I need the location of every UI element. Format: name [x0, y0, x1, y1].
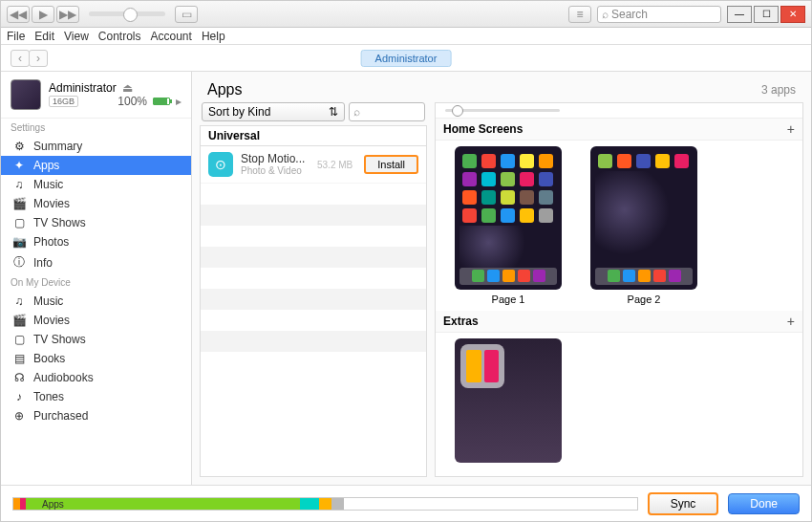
app-icon: ⊙ — [208, 152, 233, 177]
settings-heading: Settings — [1, 119, 191, 137]
navigation-bar: ‹ › Administrator — [1, 45, 811, 72]
add-extras-button[interactable]: + — [787, 314, 795, 329]
sidebar: Administrator⏏ 16GB100%▸ Settings ⚙Summa… — [1, 72, 192, 485]
page-title: Apps — [207, 81, 242, 98]
sidebar-item-icon: ▢ — [12, 216, 26, 229]
sidebar-item-audiobooks[interactable]: ☊Audiobooks — [1, 368, 191, 387]
on-device-heading: On My Device — [1, 273, 191, 292]
maximize-button[interactable]: ☐ — [754, 6, 779, 23]
eject-icon[interactable]: ⏏ — [122, 81, 133, 95]
sidebar-item-tones[interactable]: ♪Tones — [1, 387, 191, 406]
sidebar-item-label: Purchased — [33, 409, 88, 423]
zoom-slider[interactable] — [436, 103, 802, 119]
done-button[interactable]: Done — [728, 493, 800, 514]
sidebar-item-movies[interactable]: 🎬Movies — [1, 194, 191, 213]
sync-button[interactable]: Sync — [648, 492, 719, 515]
prev-button[interactable]: ◀◀ — [7, 6, 30, 23]
battery-percent: 100% — [118, 95, 147, 108]
sidebar-item-purchased[interactable]: ⊕Purchased — [1, 406, 191, 425]
device-header: Administrator⏏ 16GB100%▸ — [1, 72, 191, 119]
sidebar-item-icon: ♫ — [12, 294, 26, 308]
sidebar-item-icon: ♫ — [12, 178, 26, 191]
sidebar-item-label: Audiobooks — [33, 371, 94, 384]
volume-slider[interactable] — [89, 11, 165, 16]
app-count: 3 apps — [761, 83, 796, 97]
menu-bar: File Edit View Controls Account Help — [1, 28, 811, 45]
sidebar-item-label: TV Shows — [33, 216, 86, 229]
app-category: Photo & Video — [241, 165, 310, 177]
home-screen-page-2[interactable]: Page 2 — [590, 146, 697, 305]
extras-heading: Extras — [443, 315, 479, 328]
playback-controls: ◀◀ ▶ ▶▶ ▭ — [7, 6, 198, 23]
minimize-button[interactable]: — — [727, 6, 752, 23]
device-thumbnail — [11, 79, 41, 110]
sidebar-item-icon: ▢ — [12, 333, 26, 346]
play-button[interactable]: ▶ — [32, 6, 54, 23]
sidebar-item-label: Movies — [33, 197, 70, 210]
sidebar-item-label: Music — [33, 178, 63, 191]
sort-dropdown[interactable]: Sort by Kind⇅ — [202, 102, 345, 121]
sidebar-item-icon: ✦ — [12, 159, 26, 172]
menu-controls[interactable]: Controls — [98, 30, 141, 43]
chevron-updown-icon: ⇅ — [329, 105, 338, 119]
sidebar-item-label: Info — [33, 256, 53, 270]
device-capacity: 16GB — [49, 96, 78, 107]
extras-folder[interactable] — [455, 338, 562, 463]
search-icon: ⌕ — [353, 105, 360, 119]
sidebar-item-label: Movies — [33, 314, 70, 327]
sidebar-item-apps[interactable]: ✦Apps — [1, 156, 191, 175]
menu-file[interactable]: File — [7, 30, 25, 43]
list-view-button[interactable]: ≡ — [568, 6, 591, 23]
home-screens-heading: Home Screens — [443, 122, 523, 136]
sidebar-item-icon: ⊕ — [12, 409, 26, 423]
menu-account[interactable]: Account — [151, 30, 192, 43]
airplay-button[interactable]: ▭ — [175, 6, 198, 23]
storage-label: Apps — [42, 498, 64, 510]
sidebar-item-icon: 🎬 — [12, 197, 26, 210]
apps-search-input[interactable]: ⌕ — [349, 102, 425, 121]
sidebar-item-books[interactable]: ▤Books — [1, 349, 191, 368]
titlebar: ◀◀ ▶ ▶▶ ▭ ≡ ⌕Search — ☐ ✕ — [1, 1, 811, 28]
add-page-button[interactable]: + — [787, 121, 795, 137]
sidebar-item-label: Photos — [33, 235, 69, 249]
search-icon: ⌕ — [602, 8, 609, 21]
forward-button[interactable]: › — [29, 50, 48, 67]
install-button[interactable]: Install — [364, 155, 418, 174]
next-button[interactable]: ▶▶ — [56, 6, 79, 23]
sidebar-item-summary[interactable]: ⚙Summary — [1, 137, 191, 156]
sidebar-item-tv-shows[interactable]: ▢TV Shows — [1, 213, 191, 232]
group-header-universal: Universal — [200, 125, 427, 145]
sidebar-item-tv-shows[interactable]: ▢TV Shows — [1, 330, 191, 349]
sidebar-item-label: Tones — [33, 390, 64, 403]
sidebar-item-label: TV Shows — [33, 333, 86, 346]
sidebar-item-music[interactable]: ♫Music — [1, 292, 191, 311]
close-button[interactable]: ✕ — [780, 6, 805, 23]
menu-edit[interactable]: Edit — [34, 30, 54, 43]
sidebar-item-photos[interactable]: 📷Photos — [1, 232, 191, 251]
app-list: ⊙ Stop Motio... Photo & Video 53.2 MB In… — [200, 145, 427, 477]
sidebar-item-music[interactable]: ♫Music — [1, 175, 191, 194]
global-search-input[interactable]: ⌕Search — [597, 6, 721, 23]
sidebar-item-icon: ♪ — [12, 390, 26, 403]
sidebar-item-label: Apps — [33, 159, 59, 172]
back-button[interactable]: ‹ — [11, 50, 30, 67]
menu-view[interactable]: View — [64, 30, 89, 43]
sidebar-item-icon: 🎬 — [12, 314, 26, 327]
menu-help[interactable]: Help — [202, 30, 225, 43]
app-name: Stop Motio... — [241, 152, 310, 165]
storage-bar: Apps — [12, 497, 638, 511]
sidebar-item-icon: ⓘ — [12, 254, 26, 271]
sidebar-item-label: Music — [33, 294, 63, 308]
sidebar-item-icon: ⚙ — [12, 140, 26, 153]
app-row[interactable]: ⊙ Stop Motio... Photo & Video 53.2 MB In… — [201, 146, 426, 184]
page-label: Page 2 — [590, 294, 697, 305]
sidebar-item-info[interactable]: ⓘInfo — [1, 251, 191, 273]
sidebar-item-label: Books — [33, 352, 65, 365]
home-screen-page-1[interactable]: Page 1 — [455, 146, 562, 305]
sidebar-item-icon: ☊ — [12, 371, 26, 384]
battery-icon — [153, 98, 170, 105]
app-size: 53.2 MB — [317, 160, 353, 170]
context-pill[interactable]: Administrator — [361, 50, 452, 67]
footer-bar: Apps Sync Done — [1, 485, 811, 521]
sidebar-item-movies[interactable]: 🎬Movies — [1, 311, 191, 330]
